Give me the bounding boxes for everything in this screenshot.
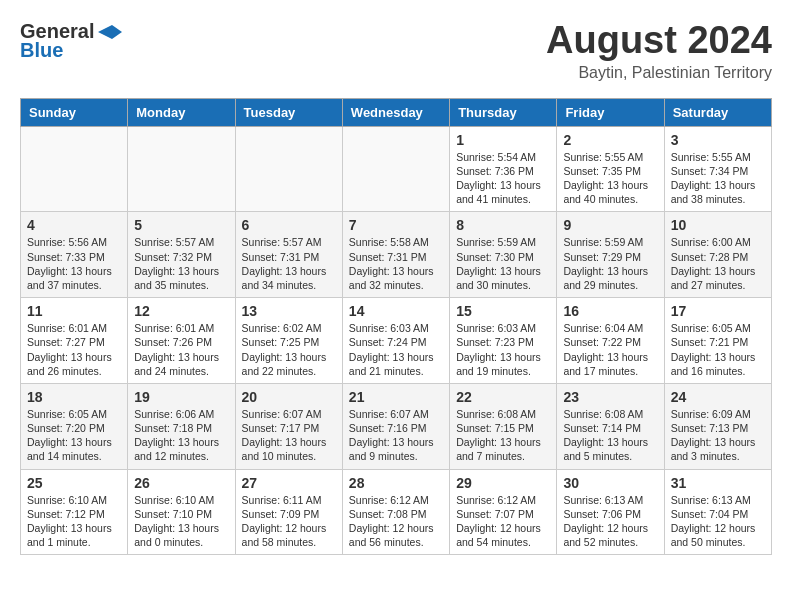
day-info: Sunrise: 5:55 AM Sunset: 7:34 PM Dayligh… (671, 150, 765, 207)
calendar-cell: 13Sunrise: 6:02 AM Sunset: 7:25 PM Dayli… (235, 298, 342, 384)
calendar-week-row: 25Sunrise: 6:10 AM Sunset: 7:12 PM Dayli… (21, 469, 772, 555)
day-info: Sunrise: 6:03 AM Sunset: 7:24 PM Dayligh… (349, 321, 443, 378)
logo-bird-icon (96, 23, 122, 41)
day-number: 27 (242, 475, 336, 491)
day-number: 16 (563, 303, 657, 319)
calendar-cell (21, 126, 128, 212)
day-number: 4 (27, 217, 121, 233)
logo-blue: Blue (20, 39, 63, 62)
day-info: Sunrise: 6:13 AM Sunset: 7:06 PM Dayligh… (563, 493, 657, 550)
day-info: Sunrise: 5:59 AM Sunset: 7:30 PM Dayligh… (456, 235, 550, 292)
col-header-wednesday: Wednesday (342, 98, 449, 126)
calendar-cell: 21Sunrise: 6:07 AM Sunset: 7:16 PM Dayli… (342, 383, 449, 469)
calendar-cell: 14Sunrise: 6:03 AM Sunset: 7:24 PM Dayli… (342, 298, 449, 384)
title-block: August 2024 Baytin, Palestinian Territor… (546, 20, 772, 82)
col-header-thursday: Thursday (450, 98, 557, 126)
day-number: 31 (671, 475, 765, 491)
calendar-week-row: 18Sunrise: 6:05 AM Sunset: 7:20 PM Dayli… (21, 383, 772, 469)
day-number: 22 (456, 389, 550, 405)
col-header-tuesday: Tuesday (235, 98, 342, 126)
calendar-cell: 5Sunrise: 5:57 AM Sunset: 7:32 PM Daylig… (128, 212, 235, 298)
day-number: 21 (349, 389, 443, 405)
day-info: Sunrise: 6:05 AM Sunset: 7:21 PM Dayligh… (671, 321, 765, 378)
calendar-cell: 17Sunrise: 6:05 AM Sunset: 7:21 PM Dayli… (664, 298, 771, 384)
calendar-cell: 12Sunrise: 6:01 AM Sunset: 7:26 PM Dayli… (128, 298, 235, 384)
calendar-cell: 1Sunrise: 5:54 AM Sunset: 7:36 PM Daylig… (450, 126, 557, 212)
day-number: 12 (134, 303, 228, 319)
col-header-friday: Friday (557, 98, 664, 126)
calendar-cell: 31Sunrise: 6:13 AM Sunset: 7:04 PM Dayli… (664, 469, 771, 555)
calendar-cell: 25Sunrise: 6:10 AM Sunset: 7:12 PM Dayli… (21, 469, 128, 555)
day-info: Sunrise: 6:12 AM Sunset: 7:07 PM Dayligh… (456, 493, 550, 550)
calendar-cell: 24Sunrise: 6:09 AM Sunset: 7:13 PM Dayli… (664, 383, 771, 469)
day-info: Sunrise: 5:54 AM Sunset: 7:36 PM Dayligh… (456, 150, 550, 207)
day-info: Sunrise: 5:58 AM Sunset: 7:31 PM Dayligh… (349, 235, 443, 292)
calendar-cell: 18Sunrise: 6:05 AM Sunset: 7:20 PM Dayli… (21, 383, 128, 469)
calendar-cell: 26Sunrise: 6:10 AM Sunset: 7:10 PM Dayli… (128, 469, 235, 555)
day-number: 10 (671, 217, 765, 233)
svg-marker-0 (98, 25, 122, 39)
calendar-cell: 11Sunrise: 6:01 AM Sunset: 7:27 PM Dayli… (21, 298, 128, 384)
col-header-saturday: Saturday (664, 98, 771, 126)
calendar-cell: 8Sunrise: 5:59 AM Sunset: 7:30 PM Daylig… (450, 212, 557, 298)
calendar-cell: 9Sunrise: 5:59 AM Sunset: 7:29 PM Daylig… (557, 212, 664, 298)
day-number: 2 (563, 132, 657, 148)
day-number: 1 (456, 132, 550, 148)
day-info: Sunrise: 6:10 AM Sunset: 7:12 PM Dayligh… (27, 493, 121, 550)
day-number: 25 (27, 475, 121, 491)
calendar-cell: 20Sunrise: 6:07 AM Sunset: 7:17 PM Dayli… (235, 383, 342, 469)
day-number: 15 (456, 303, 550, 319)
day-number: 30 (563, 475, 657, 491)
day-number: 29 (456, 475, 550, 491)
day-info: Sunrise: 6:07 AM Sunset: 7:17 PM Dayligh… (242, 407, 336, 464)
calendar-cell: 16Sunrise: 6:04 AM Sunset: 7:22 PM Dayli… (557, 298, 664, 384)
day-info: Sunrise: 5:57 AM Sunset: 7:31 PM Dayligh… (242, 235, 336, 292)
day-info: Sunrise: 6:11 AM Sunset: 7:09 PM Dayligh… (242, 493, 336, 550)
day-number: 6 (242, 217, 336, 233)
calendar-cell: 28Sunrise: 6:12 AM Sunset: 7:08 PM Dayli… (342, 469, 449, 555)
day-info: Sunrise: 6:06 AM Sunset: 7:18 PM Dayligh… (134, 407, 228, 464)
main-title: August 2024 (546, 20, 772, 62)
calendar-cell: 27Sunrise: 6:11 AM Sunset: 7:09 PM Dayli… (235, 469, 342, 555)
calendar-cell: 4Sunrise: 5:56 AM Sunset: 7:33 PM Daylig… (21, 212, 128, 298)
day-info: Sunrise: 6:04 AM Sunset: 7:22 PM Dayligh… (563, 321, 657, 378)
day-info: Sunrise: 5:57 AM Sunset: 7:32 PM Dayligh… (134, 235, 228, 292)
day-info: Sunrise: 6:13 AM Sunset: 7:04 PM Dayligh… (671, 493, 765, 550)
calendar-cell: 19Sunrise: 6:06 AM Sunset: 7:18 PM Dayli… (128, 383, 235, 469)
calendar-week-row: 4Sunrise: 5:56 AM Sunset: 7:33 PM Daylig… (21, 212, 772, 298)
day-number: 19 (134, 389, 228, 405)
calendar-cell: 7Sunrise: 5:58 AM Sunset: 7:31 PM Daylig… (342, 212, 449, 298)
calendar-cell: 10Sunrise: 6:00 AM Sunset: 7:28 PM Dayli… (664, 212, 771, 298)
col-header-monday: Monday (128, 98, 235, 126)
day-info: Sunrise: 5:59 AM Sunset: 7:29 PM Dayligh… (563, 235, 657, 292)
day-number: 26 (134, 475, 228, 491)
day-number: 23 (563, 389, 657, 405)
day-number: 28 (349, 475, 443, 491)
day-info: Sunrise: 6:00 AM Sunset: 7:28 PM Dayligh… (671, 235, 765, 292)
day-info: Sunrise: 6:05 AM Sunset: 7:20 PM Dayligh… (27, 407, 121, 464)
day-info: Sunrise: 6:03 AM Sunset: 7:23 PM Dayligh… (456, 321, 550, 378)
calendar-cell: 6Sunrise: 5:57 AM Sunset: 7:31 PM Daylig… (235, 212, 342, 298)
day-info: Sunrise: 6:02 AM Sunset: 7:25 PM Dayligh… (242, 321, 336, 378)
day-number: 5 (134, 217, 228, 233)
day-info: Sunrise: 6:01 AM Sunset: 7:26 PM Dayligh… (134, 321, 228, 378)
day-number: 14 (349, 303, 443, 319)
calendar-cell: 3Sunrise: 5:55 AM Sunset: 7:34 PM Daylig… (664, 126, 771, 212)
day-number: 11 (27, 303, 121, 319)
calendar-cell (235, 126, 342, 212)
calendar-cell (342, 126, 449, 212)
page-header: General Blue August 2024 Baytin, Palesti… (20, 20, 772, 82)
day-info: Sunrise: 6:01 AM Sunset: 7:27 PM Dayligh… (27, 321, 121, 378)
calendar-cell (128, 126, 235, 212)
calendar-cell: 15Sunrise: 6:03 AM Sunset: 7:23 PM Dayli… (450, 298, 557, 384)
col-header-sunday: Sunday (21, 98, 128, 126)
subtitle: Baytin, Palestinian Territory (546, 64, 772, 82)
day-number: 18 (27, 389, 121, 405)
day-info: Sunrise: 6:09 AM Sunset: 7:13 PM Dayligh… (671, 407, 765, 464)
calendar-header-row: SundayMondayTuesdayWednesdayThursdayFrid… (21, 98, 772, 126)
calendar-cell: 30Sunrise: 6:13 AM Sunset: 7:06 PM Dayli… (557, 469, 664, 555)
day-info: Sunrise: 6:08 AM Sunset: 7:15 PM Dayligh… (456, 407, 550, 464)
day-number: 8 (456, 217, 550, 233)
day-info: Sunrise: 5:56 AM Sunset: 7:33 PM Dayligh… (27, 235, 121, 292)
day-number: 9 (563, 217, 657, 233)
